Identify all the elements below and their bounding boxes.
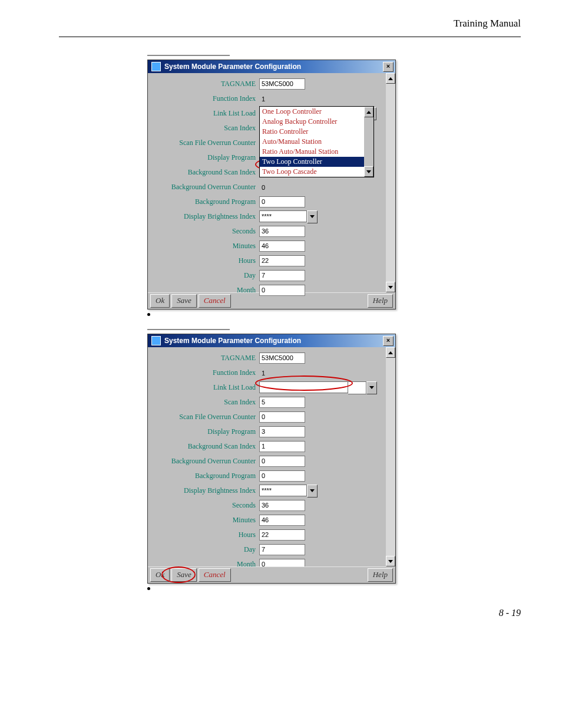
hours-field[interactable]: 22 bbox=[259, 529, 305, 541]
scroll-up-icon[interactable] bbox=[386, 73, 395, 84]
dialog-window-2: System Module Parameter Configuration × … bbox=[147, 334, 396, 584]
cancel-button[interactable]: Cancel bbox=[199, 568, 231, 582]
figure-1: System Module Parameter Configuration × … bbox=[147, 55, 521, 316]
label-minutes: Minutes bbox=[153, 516, 259, 525]
label-link-list-load: Link List Load bbox=[153, 109, 259, 118]
dialog-window-1: System Module Parameter Configuration × … bbox=[147, 60, 396, 309]
close-button[interactable]: × bbox=[383, 62, 394, 72]
figure-2: System Module Parameter Configuration × … bbox=[147, 329, 521, 590]
bg-program-field[interactable]: 0 bbox=[259, 196, 305, 207]
label-tagname: TAGNAME bbox=[153, 354, 259, 363]
tagname-field[interactable]: 53MC5000 bbox=[259, 353, 305, 364]
scan-index-field[interactable]: 5 bbox=[259, 397, 305, 408]
app-icon bbox=[151, 336, 161, 345]
figure-top-bar bbox=[147, 329, 230, 330]
label-display-program: Display Program bbox=[153, 153, 259, 162]
label-hours: Hours bbox=[153, 531, 259, 539]
header-rule bbox=[59, 37, 521, 37]
label-day: Day bbox=[153, 271, 259, 280]
bg-scan-index-field[interactable]: 1 bbox=[259, 441, 305, 452]
day-field[interactable]: 7 bbox=[259, 270, 305, 281]
link-list-load-combo[interactable]: Two Loop Controller bbox=[259, 381, 377, 394]
close-button[interactable]: × bbox=[383, 336, 394, 346]
link-list-load-listbox[interactable]: One Loop Controller Analog Backup Contro… bbox=[259, 106, 374, 177]
figure-top-bar bbox=[147, 55, 230, 56]
bg-program-field[interactable]: 0 bbox=[259, 470, 305, 482]
label-scan-index: Scan Index bbox=[153, 124, 259, 133]
label-display-brightness: Display Brightness Index bbox=[153, 486, 259, 495]
window-title: System Module Parameter Configuration bbox=[164, 62, 301, 71]
title-bar: System Module Parameter Configuration × bbox=[148, 60, 395, 73]
seconds-field[interactable]: 36 bbox=[259, 500, 305, 511]
label-minutes: Minutes bbox=[153, 242, 259, 251]
hours-field[interactable]: 22 bbox=[259, 255, 305, 266]
function-index-value: 1 bbox=[259, 370, 265, 377]
label-link-list-load: Link List Load bbox=[153, 383, 259, 392]
tagname-field[interactable]: 53MC5000 bbox=[259, 78, 305, 90]
display-program-field[interactable]: 3 bbox=[259, 426, 305, 437]
scroll-up-icon[interactable] bbox=[386, 347, 395, 358]
label-hours: Hours bbox=[153, 256, 259, 265]
label-bg-overrun-counter: Background Overrun Counter bbox=[153, 183, 259, 192]
app-icon bbox=[151, 62, 161, 71]
listbox-scrollbar[interactable] bbox=[364, 107, 373, 177]
title-bar: System Module Parameter Configuration × bbox=[148, 334, 395, 347]
label-seconds: Seconds bbox=[153, 227, 259, 236]
dialog-scrollbar[interactable] bbox=[386, 347, 395, 566]
scroll-up-icon[interactable] bbox=[364, 107, 373, 117]
label-scan-file-overrun: Scan File Overrun Counter bbox=[153, 413, 259, 421]
label-tagname: TAGNAME bbox=[153, 80, 259, 88]
label-month: Month bbox=[153, 286, 259, 295]
page-number: 8 - 19 bbox=[59, 608, 521, 618]
option-analog-backup-controller[interactable]: Analog Backup Controller bbox=[260, 117, 373, 127]
seconds-field[interactable]: 36 bbox=[259, 226, 305, 237]
scan-file-overrun-field[interactable]: 0 bbox=[259, 411, 305, 423]
bullet-point bbox=[147, 313, 150, 316]
label-day: Day bbox=[153, 545, 259, 554]
label-bg-scan-index: Background Scan Index bbox=[153, 168, 259, 177]
option-two-loop-cascade[interactable]: Two Loop Cascade bbox=[260, 167, 373, 177]
option-two-loop-controller[interactable]: Two Loop Controller bbox=[260, 157, 373, 167]
label-scan-index: Scan Index bbox=[153, 398, 259, 407]
day-field[interactable]: 7 bbox=[259, 544, 305, 555]
option-ratio-auto-manual-station[interactable]: Ratio Auto/Manual Station bbox=[260, 147, 373, 157]
label-bg-scan-index: Background Scan Index bbox=[153, 442, 259, 451]
brightness-combo[interactable]: **** bbox=[259, 210, 318, 223]
scroll-down-icon[interactable] bbox=[386, 282, 395, 292]
scroll-down-icon[interactable] bbox=[364, 166, 373, 177]
label-bg-overrun-counter: Background Overrun Counter bbox=[153, 457, 259, 466]
help-button[interactable]: Help bbox=[368, 568, 393, 582]
dialog-scrollbar[interactable] bbox=[386, 73, 395, 292]
label-display-program: Display Program bbox=[153, 427, 259, 436]
save-button[interactable]: Save bbox=[171, 568, 197, 582]
bg-overrun-value: 0 bbox=[259, 184, 265, 191]
ok-button[interactable]: Ok bbox=[150, 568, 170, 582]
minutes-field[interactable]: 46 bbox=[259, 515, 305, 526]
window-title: System Module Parameter Configuration bbox=[164, 337, 301, 345]
minutes-field[interactable]: 46 bbox=[259, 241, 305, 252]
function-index-value: 1 bbox=[259, 95, 265, 103]
option-ratio-controller[interactable]: Ratio Controller bbox=[260, 127, 373, 137]
label-bg-program: Background Program bbox=[153, 472, 259, 480]
dropdown-arrow-icon[interactable] bbox=[366, 381, 377, 394]
dropdown-arrow-icon[interactable] bbox=[307, 485, 318, 498]
page-header: Training Manual bbox=[59, 18, 521, 29]
label-bg-program: Background Program bbox=[153, 197, 259, 206]
label-display-brightness: Display Brightness Index bbox=[153, 212, 259, 221]
option-one-loop-controller[interactable]: One Loop Controller bbox=[260, 107, 373, 117]
label-function-index: Function Index bbox=[153, 94, 259, 103]
label-scan-file-overrun: Scan File Overrun Counter bbox=[153, 139, 259, 147]
bullet-point bbox=[147, 587, 150, 590]
brightness-combo[interactable]: **** bbox=[259, 485, 318, 498]
month-field[interactable]: 0 bbox=[259, 285, 305, 296]
label-function-index: Function Index bbox=[153, 368, 259, 377]
scroll-down-icon[interactable] bbox=[386, 556, 395, 566]
bg-overrun-field[interactable]: 0 bbox=[259, 456, 305, 467]
option-auto-manual-station[interactable]: Auto/Manual Station bbox=[260, 137, 373, 147]
label-seconds: Seconds bbox=[153, 501, 259, 510]
dropdown-arrow-icon[interactable] bbox=[307, 210, 318, 223]
